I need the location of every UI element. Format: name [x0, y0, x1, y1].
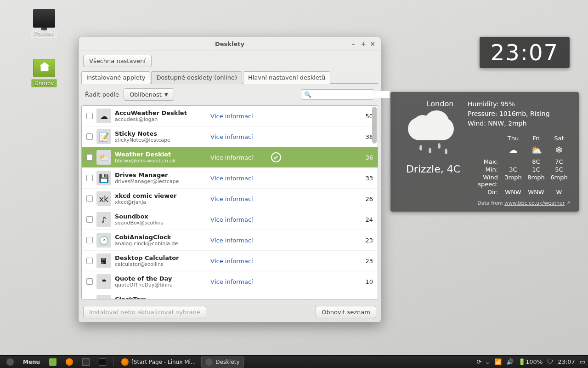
weather-source-link[interactable]: www.bbc.co.uk/weather: [504, 200, 565, 206]
task-desklety[interactable]: Desklety: [201, 356, 243, 368]
row-checkbox[interactable]: [86, 278, 93, 285]
desklet-row[interactable]: ☁AccuWeather Deskletaccudesk@loganVíce i…: [82, 106, 378, 126]
forecast-max: [502, 158, 525, 165]
forecast-icon: ❄: [548, 144, 571, 155]
settings-icon: [205, 358, 213, 366]
close-button[interactable]: ×: [369, 40, 376, 48]
more-info-link[interactable]: Více informací: [210, 154, 266, 161]
task-firefox[interactable]: [Start Page - Linux Mi...: [118, 357, 199, 367]
popularity-count: 26: [355, 196, 373, 202]
desklet-row[interactable]: ♪SoundboxsoundBox@scollinsVíce informací…: [82, 209, 378, 230]
more-info-link[interactable]: Více informací: [210, 278, 266, 285]
forecast-min: 1C: [525, 166, 548, 173]
row-checkbox[interactable]: [86, 196, 93, 202]
update-icon[interactable]: ⟳: [476, 358, 481, 365]
desklet-row[interactable]: xkxkcd comic viewerxkcd@rjanjaVíce infor…: [82, 189, 378, 209]
forecast-day: Thu: [502, 135, 525, 142]
desklet-name: Sticky Notes: [115, 130, 207, 137]
row-checkbox[interactable]: [86, 216, 93, 223]
desklet-id: analog-clock@cobinja.de: [115, 241, 207, 247]
sort-select[interactable]: Oblíbenost ▼: [124, 88, 174, 101]
more-info-link[interactable]: Více informací: [210, 196, 266, 202]
settings-launcher[interactable]: [3, 357, 17, 367]
desklet-row[interactable]: 🕐CobiAnalogClockanalog-clock@cobinja.deV…: [82, 230, 378, 251]
forecast-max-label: Max:: [468, 158, 502, 165]
desklet-icon: ⛅: [96, 150, 111, 165]
row-checkbox[interactable]: [86, 154, 93, 161]
maximize-button[interactable]: +: [360, 40, 367, 48]
forecast-icon: ⛅: [525, 144, 548, 155]
search-input[interactable]: [311, 91, 390, 98]
weather-condition: Drizzle, 4C: [399, 163, 468, 175]
titlebar[interactable]: Desklety – + ×: [79, 37, 381, 51]
desklet-row[interactable]: 09ClockTowclockTow@armandobs14Více infor…: [82, 292, 378, 299]
more-info-link[interactable]: Více informací: [210, 216, 266, 223]
desklet-row[interactable]: 💾Drives ManagerdrivesManager@lestcapeVíc…: [82, 168, 378, 189]
show-desktop[interactable]: [45, 357, 60, 367]
desktop-icon-computer[interactable]: Počítač: [26, 9, 62, 38]
tab-main-settings[interactable]: Hlavní nastavení deskletů: [243, 71, 330, 84]
minimize-button[interactable]: –: [350, 40, 357, 48]
row-checkbox[interactable]: [86, 237, 93, 243]
row-checkbox[interactable]: [86, 175, 93, 181]
install-selected-button[interactable]: Instalovat nebo aktualizovat vybrané: [83, 306, 206, 318]
window-title: Desklety: [215, 40, 244, 47]
weather-desklet[interactable]: London Drizzle, 4C Humidity: 95% Pressur…: [390, 92, 579, 212]
bluetooth-icon[interactable]: ⌵: [486, 358, 490, 365]
all-settings-button[interactable]: Všechna nastavení: [83, 55, 152, 67]
volume-icon[interactable]: 🔊: [506, 358, 514, 365]
shield-icon[interactable]: 🛡: [547, 358, 553, 365]
forecast-dir: W: [548, 189, 571, 196]
battery-indicator[interactable]: 🔋100%: [518, 358, 543, 365]
desklet-id: xkcd@rjanja: [115, 199, 207, 205]
tray-overflow-icon[interactable]: ▭: [580, 358, 585, 365]
weather-humidity: Humidity: 95%: [468, 99, 571, 109]
forecast-ws: 3mph: [502, 174, 525, 188]
forecast-ws-label: Wind speed:: [468, 174, 502, 188]
cloud-rain-icon: [403, 113, 463, 154]
network-icon[interactable]: 📶: [494, 358, 502, 365]
desklet-name: xkcd comic viewer: [115, 192, 207, 199]
more-info-link[interactable]: Více informací: [210, 133, 266, 140]
desklet-id: quoteOfTheDay@tinnu: [115, 282, 207, 288]
terminal-launcher[interactable]: [95, 357, 110, 367]
menu-button[interactable]: Menu: [19, 357, 44, 367]
desklet-id: calculator@scollins: [115, 261, 207, 267]
desklet-row[interactable]: 📝Sticky NotesstickyNotes@lestcapeVíce in…: [82, 126, 378, 147]
firefox-icon: [66, 358, 73, 366]
firefox-launcher[interactable]: [62, 357, 77, 367]
files-launcher[interactable]: [79, 357, 93, 367]
more-info-link[interactable]: Více informací: [210, 113, 266, 120]
desklet-row[interactable]: ⛅Weather Deskletbbcwx@oak-wood.co.ukVíce…: [82, 147, 378, 168]
popularity-count: 36: [355, 154, 373, 161]
desklet-name: Drives Manager: [115, 172, 207, 178]
tab-installed[interactable]: Instalované applety: [81, 71, 150, 84]
row-checkbox[interactable]: [86, 113, 93, 119]
clock-time: 23:07: [491, 40, 559, 65]
firefox-icon: [121, 358, 129, 366]
refresh-list-button[interactable]: Obnovit seznam: [316, 306, 376, 318]
desklet-row[interactable]: ❝Quote of the DayquoteOfTheDay@tinnuVíce…: [82, 271, 378, 292]
tab-available-online[interactable]: Dostupné desklety (online): [151, 71, 242, 84]
more-info-link[interactable]: Více informací: [210, 237, 266, 244]
forecast-dir: WNW: [525, 189, 548, 196]
taskbar-clock[interactable]: 23:07: [558, 358, 575, 365]
desklet-list[interactable]: ☁AccuWeather Deskletaccudesk@loganVíce i…: [82, 106, 378, 299]
system-tray: ⟳ ⌵ 📶 🔊 🔋100% 🛡 23:07 ▭: [476, 358, 585, 365]
more-info-link[interactable]: Více informací: [210, 175, 266, 182]
desktop-icon-home[interactable]: Domov: [26, 59, 62, 87]
clock-desklet[interactable]: 23:07: [480, 37, 570, 68]
row-checkbox[interactable]: [86, 258, 93, 264]
more-info-link[interactable]: Více informací: [210, 258, 266, 264]
search-field[interactable]: 🔍: [301, 89, 374, 100]
desklet-row[interactable]: 🖩Desktop Calculatorcalculator@scollinsVí…: [82, 251, 378, 271]
more-info-link[interactable]: Více informací: [210, 299, 266, 299]
gear-icon: [6, 358, 14, 366]
forecast-dir-label: Dir:: [468, 189, 502, 196]
row-checkbox[interactable]: [86, 133, 93, 140]
forecast-dir: WNW: [502, 189, 525, 196]
desklet-icon: ♪: [96, 212, 111, 227]
scrollbar[interactable]: [372, 107, 377, 144]
forecast-min-label: Min:: [468, 166, 502, 173]
popularity-count: 23: [355, 237, 373, 244]
